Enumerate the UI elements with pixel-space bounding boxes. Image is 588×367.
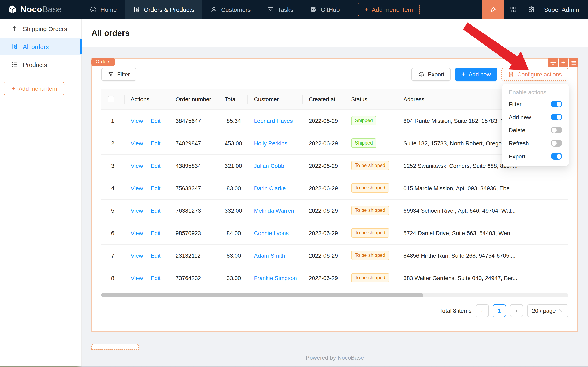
customer-link[interactable]: Melinda Warren xyxy=(254,207,294,214)
edit-link[interactable]: Edit xyxy=(151,230,160,236)
page-size-select[interactable]: 20 / page xyxy=(527,304,568,317)
divider xyxy=(147,252,147,258)
horizontal-scrollbar-thumb[interactable] xyxy=(101,293,424,297)
add-new-button[interactable]: + Add new xyxy=(455,68,497,81)
view-link[interactable]: View xyxy=(131,185,143,191)
dropdown-item-label: Add new xyxy=(509,114,531,120)
cell-total: 453.00 xyxy=(218,132,247,154)
view-link[interactable]: View xyxy=(131,140,143,146)
view-link[interactable]: View xyxy=(131,117,143,124)
sidebar-item-shipping-orders[interactable]: Shipping Orders xyxy=(0,20,81,37)
horizontal-scrollbar-track[interactable] xyxy=(101,293,568,297)
page-size-value: 20 / page xyxy=(532,307,556,314)
edit-link[interactable]: Edit xyxy=(151,140,160,146)
plus-icon: + xyxy=(462,71,465,78)
cell-created-at: 2022-06-29 xyxy=(302,267,345,289)
cell-order-number: 75638347 xyxy=(169,177,218,199)
status-badge: To be shipped xyxy=(351,251,389,260)
nav-item-customers[interactable]: Customers xyxy=(202,0,259,19)
export-toggle[interactable] xyxy=(551,153,562,160)
sidebar-item-label: Shipping Orders xyxy=(23,25,67,32)
add-new-toggle[interactable] xyxy=(551,114,562,120)
edit-link[interactable]: Edit xyxy=(151,117,160,124)
status-badge: To be shipped xyxy=(351,206,389,215)
settings-button[interactable] xyxy=(522,0,541,19)
view-link[interactable]: View xyxy=(131,275,143,281)
nav-item-orders-products[interactable]: Orders & Products xyxy=(125,0,202,19)
status-badge: Shipped xyxy=(351,116,377,125)
cell-total: 332.00 xyxy=(218,199,247,222)
delete-toggle[interactable] xyxy=(551,127,562,133)
add-menu-item-label: Add menu item xyxy=(19,85,57,92)
view-link[interactable]: View xyxy=(131,252,143,259)
sidebar-add-menu-item-button[interactable]: + Add menu item xyxy=(4,82,65,95)
user-menu[interactable]: Super Admin xyxy=(541,0,588,19)
nav-item-github[interactable]: GitHub xyxy=(302,0,348,19)
add-menu-item-label: Add menu item xyxy=(372,6,413,13)
sidebar-item-all-orders[interactable]: All orders xyxy=(0,38,81,55)
dropdown-item-export[interactable]: Export xyxy=(502,150,569,163)
next-page-button[interactable]: › xyxy=(510,304,523,317)
cell-order-number: 38475647 xyxy=(169,109,218,132)
column-header-total: Total xyxy=(218,89,247,109)
nav-item-tasks[interactable]: Tasks xyxy=(259,0,302,19)
row-index: 2 xyxy=(101,132,124,154)
dropdown-item-delete[interactable]: Delete xyxy=(502,124,569,137)
add-block-button[interactable]: + Add block xyxy=(92,344,139,350)
dropdown-item-add-new[interactable]: Add new xyxy=(502,111,569,124)
active-indicator xyxy=(80,39,82,54)
brand-name-light: Base xyxy=(42,5,62,14)
cell-total: 33.00 xyxy=(218,267,247,289)
divider xyxy=(147,185,147,191)
configure-actions-button[interactable]: Configure actions xyxy=(501,68,568,81)
customer-link[interactable]: Holly Perkins xyxy=(254,140,287,146)
edit-link[interactable]: Edit xyxy=(151,252,160,259)
brand-logo[interactable]: NocoBase xyxy=(0,0,82,19)
view-link[interactable]: View xyxy=(131,230,143,236)
plugins-button[interactable] xyxy=(504,0,522,19)
status-badge: To be shipped xyxy=(351,161,389,170)
cell-order-number: 74829847 xyxy=(169,132,218,154)
customer-link[interactable]: Frankie Simpson xyxy=(254,275,297,281)
dropdown-item-filter[interactable]: Filter xyxy=(502,98,569,111)
select-all-checkbox[interactable] xyxy=(108,96,114,103)
refresh-toggle[interactable] xyxy=(551,140,562,147)
customer-link[interactable]: Adam Smith xyxy=(254,252,285,259)
checkbox-check-icon xyxy=(267,6,274,13)
cell-created-at: 2022-06-29 xyxy=(302,244,345,267)
navbar-add-menu-item-button[interactable]: + Add menu item xyxy=(358,3,420,16)
filter-toggle[interactable] xyxy=(551,101,562,107)
current-page-button[interactable]: 1 xyxy=(493,304,506,317)
chevron-down-icon xyxy=(559,307,564,312)
view-link[interactable]: View xyxy=(131,162,143,169)
previous-page-button[interactable]: ‹ xyxy=(476,304,488,317)
customer-link[interactable]: Connie Lyons xyxy=(254,230,289,236)
app-window: NocoBase Home Orders & Products Customer… xyxy=(0,0,588,367)
drag-block-handle[interactable] xyxy=(548,58,558,67)
sidebar-item-products[interactable]: Products xyxy=(0,56,81,73)
customer-link[interactable]: Darin Clarke xyxy=(254,185,286,191)
edit-link[interactable]: Edit xyxy=(151,162,160,169)
cell-total: 321.00 xyxy=(218,154,247,177)
table-toolbar: Filter Export + Add new xyxy=(101,68,568,81)
view-link[interactable]: View xyxy=(131,207,143,214)
dropdown-item-label: Export xyxy=(509,153,525,160)
block-menu-button[interactable] xyxy=(569,58,578,67)
ui-editor-toggle-button[interactable] xyxy=(482,0,504,19)
customer-link[interactable]: Julian Cobb xyxy=(254,162,284,169)
table-row: 4 ViewEdit 75638347 83.00 Darin Clarke 2… xyxy=(101,177,568,199)
cell-total: 84.00 xyxy=(218,222,247,244)
dropdown-item-refresh[interactable]: Refresh xyxy=(502,137,569,150)
file-check-icon xyxy=(133,6,140,13)
column-header-actions: Actions xyxy=(124,89,169,109)
add-block-column-button[interactable]: + xyxy=(559,58,568,67)
edit-link[interactable]: Edit xyxy=(151,207,160,214)
table-row: 2 ViewEdit 74829847 453.00 Holly Perkins… xyxy=(101,132,568,154)
filter-button[interactable]: Filter xyxy=(101,68,136,81)
edit-link[interactable]: Edit xyxy=(151,185,160,191)
nav-item-home[interactable]: Home xyxy=(82,0,125,19)
export-button[interactable]: Export xyxy=(411,68,451,81)
edit-link[interactable]: Edit xyxy=(151,275,160,281)
customer-link[interactable]: Leonard Hayes xyxy=(254,117,293,124)
row-index: 3 xyxy=(101,154,124,177)
